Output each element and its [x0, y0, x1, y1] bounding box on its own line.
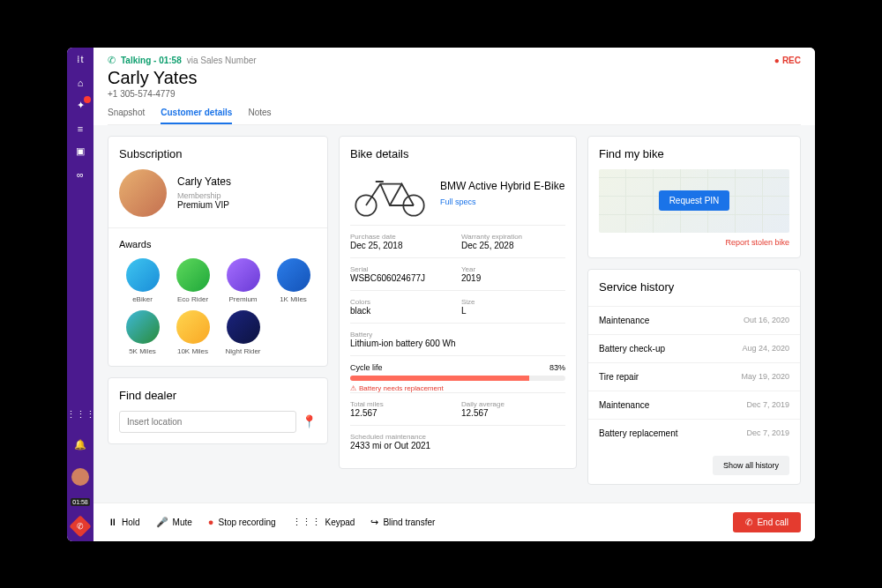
call-via: via Sales Number	[187, 56, 257, 65]
home-icon[interactable]: ⌂	[73, 76, 87, 90]
app-frame: ⁞t ⌂ ✦ ≡ ▣ ∞ ⋮⋮⋮ 🔔 01:58 ✆ ✆ Talking - 0…	[67, 48, 815, 541]
award-badge-icon	[126, 310, 160, 344]
user-avatar[interactable]	[71, 468, 89, 486]
dealer-location-input[interactable]	[119, 411, 296, 433]
service-history-card: Service history MaintenanceOut 16, 2020 …	[587, 269, 801, 485]
bike-image	[350, 169, 430, 218]
tab-customer-details[interactable]: Customer details	[161, 108, 232, 124]
rec-indicator: REC	[774, 56, 801, 65]
contacts-icon[interactable]: ▣	[73, 145, 87, 159]
awards-title: Awards	[119, 239, 317, 249]
cycle-life: Cycle life83% ⚠Battery needs replacement	[350, 355, 565, 392]
stop-recording-button[interactable]: ●Stop recording	[208, 517, 276, 527]
bike-name: BMW Active Hybrid E-Bike	[440, 180, 564, 194]
award-item: 1K Miles	[270, 258, 317, 303]
settings-icon[interactable]: ≡	[73, 122, 87, 136]
find-dealer-card: Find dealer 📍	[108, 377, 328, 444]
tab-notes[interactable]: Notes	[248, 108, 271, 124]
award-badge-icon	[277, 258, 310, 292]
logo-icon[interactable]: ⁞t	[73, 53, 87, 67]
award-badge-icon	[126, 258, 160, 292]
warning-icon: ⚠	[350, 384, 356, 392]
bike-details-card: Bike details BMW Active Hybrid E-Bike Fu…	[339, 136, 577, 469]
award-item: Premium	[220, 258, 266, 303]
subscription-title: Subscription	[119, 147, 317, 160]
service-row[interactable]: Battery replacementDec 7, 2019	[588, 419, 800, 447]
content-grid: Subscription Carly Yates Membership Prem…	[93, 125, 815, 502]
service-row[interactable]: Battery check-upAug 24, 2020	[588, 334, 800, 362]
award-badge-icon	[176, 310, 210, 344]
award-item: eBiker	[119, 258, 166, 303]
membership-label: Membership	[177, 191, 231, 200]
map-area: Request PIN	[599, 169, 789, 233]
tabs: Snapshot Customer details Notes	[108, 108, 801, 125]
mute-button[interactable]: 🎤Mute	[156, 517, 192, 528]
dealer-title: Find dealer	[119, 389, 317, 402]
pause-icon: ⏸	[108, 517, 117, 527]
customer-name: Carly Yates	[108, 68, 801, 88]
main-panel: ✆ Talking - 01:58 via Sales Number REC C…	[93, 48, 815, 541]
membership-value: Premium VIP	[177, 200, 231, 210]
customer-phone: +1 305-574-4779	[108, 89, 801, 99]
award-item: Eco Rider	[169, 258, 216, 303]
dialpad-icon[interactable]: ⋮⋮⋮	[73, 408, 87, 422]
transfer-icon: ↪	[370, 517, 378, 528]
service-row[interactable]: MaintenanceOut 16, 2020	[588, 306, 800, 334]
keypad-icon: ⋮⋮⋮	[292, 517, 321, 528]
award-badge-icon	[227, 310, 260, 344]
mute-icon: 🎤	[156, 517, 168, 528]
find-bike-card: Find my bike Request PIN Report stolen b…	[587, 136, 801, 258]
link-icon[interactable]: ∞	[73, 167, 87, 182]
activity-icon[interactable]: ✦	[73, 99, 87, 113]
hold-button[interactable]: ⏸Hold	[108, 517, 140, 527]
show-all-history-button[interactable]: Show all history	[713, 456, 789, 475]
service-row[interactable]: MaintenanceDec 7, 2019	[588, 391, 800, 419]
award-badge-icon	[176, 258, 210, 292]
find-bike-title: Find my bike	[599, 147, 789, 160]
rail-timer: 01:58	[71, 498, 90, 506]
service-row[interactable]: Tire repairMay 19, 2020	[588, 362, 800, 391]
award-item: 5K Miles	[119, 310, 166, 355]
topbar: ✆ Talking - 01:58 via Sales Number REC C…	[93, 48, 815, 125]
keypad-button[interactable]: ⋮⋮⋮Keypad	[292, 517, 355, 528]
customer-avatar	[119, 169, 167, 217]
award-badge-icon	[227, 258, 260, 292]
tab-snapshot[interactable]: Snapshot	[108, 108, 145, 124]
active-call-indicator[interactable]: ✆	[69, 515, 91, 537]
subscription-card: Subscription Carly Yates Membership Prem…	[108, 136, 328, 367]
phone-icon: ✆	[108, 55, 116, 66]
sub-name: Carly Yates	[177, 175, 231, 188]
location-pin-icon[interactable]: 📍	[302, 414, 317, 428]
nav-rail: ⁞t ⌂ ✦ ≡ ▣ ∞ ⋮⋮⋮ 🔔 01:58 ✆	[67, 48, 93, 541]
request-pin-button[interactable]: Request PIN	[659, 190, 730, 211]
award-item: Night Rider	[220, 310, 266, 355]
full-specs-link[interactable]: Full specs	[440, 197, 564, 206]
call-status: Talking - 01:58	[121, 56, 182, 65]
bell-icon[interactable]: 🔔	[73, 438, 87, 452]
awards-grid: eBiker Eco Rider Premium 1K Miles 5K Mil…	[119, 258, 317, 355]
call-controls: ⏸Hold 🎤Mute ●Stop recording ⋮⋮⋮Keypad ↪B…	[93, 502, 815, 541]
service-title: Service history	[588, 270, 800, 297]
battery-warning: ⚠Battery needs replacement	[350, 384, 565, 392]
award-item: 10K Miles	[169, 310, 216, 355]
report-stolen-link[interactable]: Report stolen bike	[599, 238, 789, 247]
blind-transfer-button[interactable]: ↪Blind transfer	[370, 517, 435, 528]
record-icon: ●	[208, 517, 214, 527]
hangup-icon: ✆	[745, 517, 752, 527]
end-call-button[interactable]: ✆End call	[733, 512, 801, 532]
bike-title: Bike details	[350, 147, 565, 160]
